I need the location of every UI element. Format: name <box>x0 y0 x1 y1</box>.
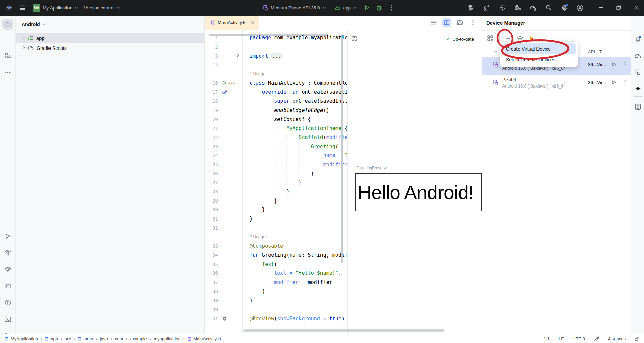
run-button[interactable] <box>363 4 371 12</box>
breadcrumb-item-myapplication[interactable]: myapplication <box>154 336 181 341</box>
editor-vertical-scrollbar[interactable] <box>341 35 343 263</box>
tab-close-icon[interactable]: ✕ <box>251 20 255 25</box>
search-everywhere-icon[interactable] <box>545 4 552 12</box>
breadcrumb-item-mainactivity-kt[interactable]: MainActivity.kt <box>188 336 221 341</box>
indent-setting[interactable]: 4 spaces <box>608 336 626 341</box>
device-more-actions-icon[interactable] <box>624 62 626 68</box>
build-tools-icon[interactable] <box>467 4 474 12</box>
code-line[interactable]: 31} <box>205 214 347 224</box>
editor-more-options-icon[interactable] <box>469 18 477 27</box>
code-line[interactable]: 32 <box>205 223 347 232</box>
main-menu-icon[interactable] <box>19 4 26 12</box>
close-button[interactable] <box>632 4 640 12</box>
account-icon[interactable] <box>576 4 584 12</box>
code-line[interactable]: 38 ) <box>205 287 347 296</box>
overrides-method-icon[interactable] <box>222 90 228 94</box>
usage-hint-line[interactable]: 2 Usages <box>205 232 347 242</box>
editor-horizontal-scrollbar-bottom[interactable] <box>243 329 444 332</box>
highlighting-level-pen-icon[interactable] <box>594 336 599 341</box>
code-line[interactable]: 24 name = "Android", <box>205 151 347 160</box>
start-device-button[interactable] <box>612 62 617 68</box>
code-line[interactable]: 36 text = "Hello $name!", <box>205 269 347 278</box>
code-line[interactable]: 3import ... <box>205 51 347 60</box>
run-tool-icon[interactable] <box>2 231 13 242</box>
device-row-pixel-6[interactable]: Pixel 6Android 16.0 ("Baklava") | x86_64… <box>482 75 631 93</box>
expand-chevron-icon[interactable] <box>22 36 25 41</box>
code-line[interactable]: 35 Text( <box>205 260 347 269</box>
column-header-api[interactable]: API <box>588 49 595 54</box>
pair-wifi-device-icon[interactable] <box>516 36 523 41</box>
code-line[interactable]: 21 MyApplicationTheme { <box>205 124 347 133</box>
breadcrumb-item-src[interactable]: src <box>65 336 71 341</box>
project-tool-icon[interactable] <box>2 19 13 30</box>
project-widget[interactable]: MA My Application <box>33 4 78 12</box>
breadcrumb-item-example[interactable]: example <box>130 336 147 341</box>
sync-refactor-icon[interactable]: A <box>483 4 490 12</box>
preview-build-status[interactable]: ✓ Up-to-date <box>446 36 474 42</box>
running-devices-tool-icon[interactable] <box>633 102 643 112</box>
breadcrumb-item-com[interactable]: com <box>115 336 123 341</box>
file-lock-icon[interactable] <box>635 336 639 341</box>
firebase-icon[interactable] <box>529 36 534 41</box>
code-line[interactable]: 27 } <box>205 178 347 187</box>
usage-hint-label[interactable]: 2 Usages <box>242 234 268 239</box>
code-line[interactable]: 28 } <box>205 187 347 196</box>
code-line[interactable]: 41@Preview(showBackground = true) <box>205 314 347 323</box>
gradle-sync-icon[interactable] <box>529 4 537 12</box>
more-tool-windows-icon[interactable] <box>2 67 13 78</box>
notifications-bell-icon[interactable] <box>633 34 643 44</box>
code-line[interactable]: 19 enableEdgeToEdge() <box>205 106 347 115</box>
project-row-app[interactable]: app <box>16 33 204 43</box>
more-actions-icon[interactable] <box>388 4 395 12</box>
compose-preview-icon[interactable]: </> <box>228 81 235 85</box>
device-more-actions-icon[interactable] <box>624 80 626 86</box>
fold-chevron-icon[interactable] <box>236 53 239 59</box>
code-line[interactable]: 25 modifier = Modifier.padding(innerPadd… <box>205 160 347 169</box>
code-line[interactable]: 20 setContent { <box>205 115 347 124</box>
device-view-grid-icon[interactable] <box>487 35 493 41</box>
breadcrumb-item-myapplication[interactable]: MyApplication <box>5 336 38 341</box>
code-line[interactable]: 33@Composable <box>205 242 347 251</box>
minimize-button[interactable] <box>597 4 605 12</box>
breadcrumb-item-java[interactable]: java <box>100 336 108 341</box>
inspection-widget[interactable]: ✓t <box>336 34 346 39</box>
run-class-icon[interactable] <box>222 81 227 85</box>
code-line[interactable]: 1package com.example.myapplication <box>205 33 347 42</box>
breadcrumb-item-app[interactable]: app <box>45 336 58 341</box>
code-line[interactable]: 22 Scaffold(modifier = Modifier.fillMaxS… <box>205 133 347 142</box>
sort-chevron-icon[interactable] <box>494 51 497 53</box>
restore-button[interactable] <box>615 4 622 12</box>
code-line[interactable]: 30 } <box>205 205 347 214</box>
usage-hint-label[interactable]: 1 Usage <box>242 72 266 76</box>
debug-button[interactable] <box>375 4 383 12</box>
column-header-type[interactable]: T... <box>599 49 605 54</box>
expand-chevron-icon[interactable] <box>22 45 25 51</box>
preview-settings-gear-icon[interactable] <box>222 316 227 321</box>
attach-debugger-icon[interactable] <box>514 4 521 12</box>
preview-gallery-icon[interactable] <box>352 36 357 41</box>
code-line[interactable]: 18 super.onCreate(savedInstanceState) <box>205 97 347 106</box>
caret-position[interactable]: 1:1 <box>544 336 550 341</box>
app-quality-insights-icon[interactable] <box>2 264 13 275</box>
device-manager-tool-icon[interactable] <box>633 67 643 77</box>
menu-item-select-remote-devices[interactable]: Select Remote Devices <box>502 54 576 65</box>
code-line[interactable]: 23 Greeting( <box>205 142 347 151</box>
file-encoding[interactable]: UTF-8 <box>572 336 585 341</box>
preview-render-frame[interactable]: Hello Android! <box>355 173 482 211</box>
vcs-widget[interactable]: Version control <box>84 5 120 11</box>
editor-view-split-icon[interactable] <box>442 18 451 27</box>
terminal-icon[interactable] <box>2 314 13 325</box>
code-line[interactable]: 40 <box>205 305 347 314</box>
tab-mainactivity[interactable]: MainActivity.kt ✕ <box>205 16 259 30</box>
editor-view-code-icon[interactable] <box>429 18 438 27</box>
code-editor[interactable]: 1package com.example.myapplication23impo… <box>205 30 347 334</box>
project-view-selector[interactable]: Android <box>16 16 204 27</box>
code-line[interactable]: 17 override fun onCreate(savedInstanceSt… <box>205 88 347 97</box>
line-separator[interactable]: LF <box>559 336 564 341</box>
breadcrumb-item-main[interactable]: main <box>78 336 93 341</box>
gradle-tool-icon[interactable] <box>633 51 643 61</box>
logcat-icon[interactable] <box>2 281 13 291</box>
code-line[interactable]: 2 <box>205 42 347 52</box>
menu-item-create-virtual-device[interactable]: Create Virtual Device <box>502 43 576 54</box>
problems-icon[interactable] <box>2 297 13 308</box>
